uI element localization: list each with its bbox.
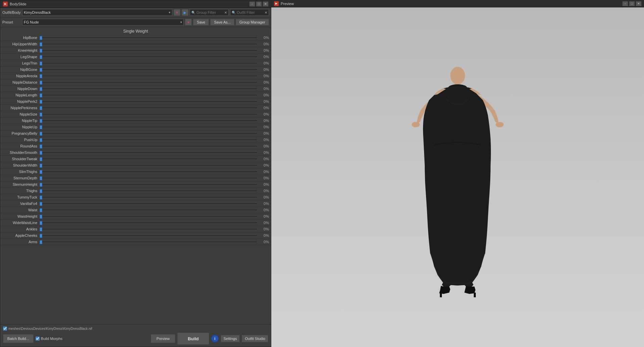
slider-track-legsthin[interactable] — [41, 62, 258, 64]
build-button[interactable]: Build — [177, 333, 209, 345]
preview-close-button[interactable]: ✕ — [636, 1, 641, 6]
slider-track-thighs[interactable] — [41, 190, 258, 191]
outfit-label: Outfit/Body — [2, 10, 21, 14]
maximize-button[interactable]: □ — [256, 2, 262, 6]
slider-row: NipplePerkiness 0% — [0, 105, 271, 111]
outfit-studio-button[interactable]: Outfit Studio — [242, 335, 268, 342]
slider-name-thighs: Thighs — [2, 189, 39, 193]
slider-track-nippleareola[interactable] — [41, 75, 258, 77]
slider-track-shoulderwidth[interactable] — [41, 165, 258, 166]
slider-track-pregnancybelly[interactable] — [41, 133, 258, 134]
slider-row: KneeHeight 0% — [0, 47, 271, 54]
slider-track-arms[interactable] — [41, 241, 258, 243]
slider-value-nippletip: 0% — [259, 119, 269, 123]
slider-value-applecheeks: 0% — [259, 233, 269, 237]
slider-name-sternumheight: SternumHeight — [2, 182, 39, 186]
slider-track-nippleperk2[interactable] — [41, 101, 258, 102]
file-checkbox[interactable] — [3, 327, 7, 331]
slider-row: ShoulderTweak 0% — [0, 156, 271, 162]
preset-toolbar: Preset FG Nude ▼ ✕ Save Save As... Group… — [0, 17, 271, 27]
slider-value-widewaistline: 0% — [259, 221, 269, 225]
preview-button[interactable]: Preview — [151, 334, 175, 343]
preview-titlebar: ▶ Preview − □ ✕ — [271, 0, 644, 7]
slider-track-nipbgone[interactable] — [41, 69, 258, 70]
slider-track-shouldersmooth[interactable] — [41, 152, 258, 153]
slider-track-hipupperwidth[interactable] — [41, 43, 258, 45]
slider-name-nippleperkiness: NipplePerkiness — [2, 106, 39, 110]
slider-name-nippleup: NippleUp — [2, 125, 39, 129]
slider-track-pushup[interactable] — [41, 139, 258, 140]
slider-track-kneeheight[interactable] — [41, 50, 258, 51]
slider-track-waistheight[interactable] — [41, 216, 258, 217]
slider-track-applecheeks[interactable] — [41, 235, 258, 236]
slider-name-waist: Waist — [2, 208, 39, 212]
slider-track-tummytuck[interactable] — [41, 197, 258, 198]
outfit-filter-input[interactable] — [237, 10, 264, 14]
slider-name-ankles: Ankles — [2, 227, 39, 231]
preset-select[interactable]: FG Nude — [22, 19, 184, 26]
preview-title: Preview — [281, 2, 294, 6]
slider-track-nippleup[interactable] — [41, 126, 258, 128]
outfit-select[interactable]: KimyDressBlack — [22, 9, 172, 16]
slider-track-roundass[interactable] — [41, 145, 258, 147]
preview-minimize-button[interactable]: − — [623, 1, 628, 6]
slider-track-nipplesize[interactable] — [41, 114, 258, 115]
slider-row: Arms 0% — [0, 239, 271, 245]
slider-value-pregnancybelly: 0% — [259, 131, 269, 135]
slider-name-sternumdepth: SternumDepth — [2, 176, 39, 180]
slider-track-nipplelength[interactable] — [41, 94, 258, 96]
close-button[interactable]: ✕ — [263, 2, 268, 6]
slider-name-shouldertweak: ShoulderTweak — [2, 157, 39, 161]
slider-track-nippledistance[interactable] — [41, 82, 258, 83]
slider-row: Waist 0% — [0, 207, 271, 213]
slider-value-nippledistance: 0% — [259, 80, 269, 84]
preview-viewport[interactable] — [271, 7, 644, 347]
preset-clear-button[interactable]: ✕ — [185, 19, 192, 26]
slider-name-widewaistline: WideWaistLine — [2, 221, 39, 225]
slider-track-waist[interactable] — [41, 209, 258, 211]
slider-name-shouldersmooth: ShoulderSmooth — [2, 150, 39, 155]
group-filter-box: 🔍 ✕ — [190, 9, 229, 16]
outfit-clear-button[interactable]: ✕ — [174, 9, 180, 16]
slider-track-vanillafo4[interactable] — [41, 203, 258, 204]
slider-name-vanillafo4: VanillaFo4 — [2, 202, 39, 206]
slider-name-kneeheight: KneeHeight — [2, 48, 39, 52]
slider-value-nippleperk2: 0% — [259, 99, 269, 103]
batch-build-button[interactable]: Batch Build... — [3, 334, 34, 343]
outfit-info-button[interactable]: ▶ — [182, 9, 188, 16]
info-button[interactable]: i — [211, 335, 219, 342]
slider-row: RoundAss 0% — [0, 143, 271, 149]
slider-track-nippletip[interactable] — [41, 120, 258, 121]
settings-button[interactable]: Settings — [221, 335, 240, 342]
sliders-container[interactable]: HipBone 0% HipUpperWidth 0% KneeHeight 0… — [0, 35, 271, 324]
slider-track-sternumdepth[interactable] — [41, 177, 258, 179]
group-filter-input[interactable] — [196, 10, 223, 14]
slider-name-tummytuck: TummyTuck — [2, 195, 39, 199]
slider-track-shouldertweak[interactable] — [41, 158, 258, 160]
build-morphs-checkbox[interactable] — [36, 337, 40, 341]
slider-track-legshape[interactable] — [41, 56, 258, 57]
slider-track-slimthighs[interactable] — [41, 171, 258, 172]
slider-track-nippleperkiness[interactable] — [41, 107, 258, 109]
outfit-filter-icon: 🔍 — [232, 11, 236, 14]
bottom-area: meshes\DeviousDevices\KimyDress\KimyDres… — [0, 324, 271, 347]
slider-track-hipbone[interactable] — [41, 37, 258, 38]
slider-name-shoulderwidth: ShoulderWidth — [2, 163, 39, 167]
titlebar-left: ▶ BodySlide — [3, 2, 27, 6]
slider-name-nipplelength: NippleLength — [2, 93, 39, 97]
group-manager-button[interactable]: Group Manager — [236, 19, 269, 26]
app-title: BodySlide — [10, 2, 27, 6]
slider-name-applecheeks: AppleCheeks — [2, 233, 39, 237]
preview-maximize-button[interactable]: □ — [629, 1, 635, 6]
slider-row: Thighs 0% — [0, 188, 271, 194]
save-as-button[interactable]: Save As... — [210, 19, 234, 26]
slider-track-widewaistline[interactable] — [41, 222, 258, 223]
group-filter-clear[interactable]: ✕ — [224, 11, 227, 14]
slider-track-sternumheight[interactable] — [41, 184, 258, 185]
outfit-filter-clear[interactable]: ✕ — [265, 11, 267, 14]
slider-track-nippledown[interactable] — [41, 88, 258, 89]
slider-value-legsthin: 0% — [259, 61, 269, 65]
save-button[interactable]: Save — [193, 19, 209, 26]
slider-track-ankles[interactable] — [41, 228, 258, 230]
minimize-button[interactable]: − — [249, 2, 255, 6]
